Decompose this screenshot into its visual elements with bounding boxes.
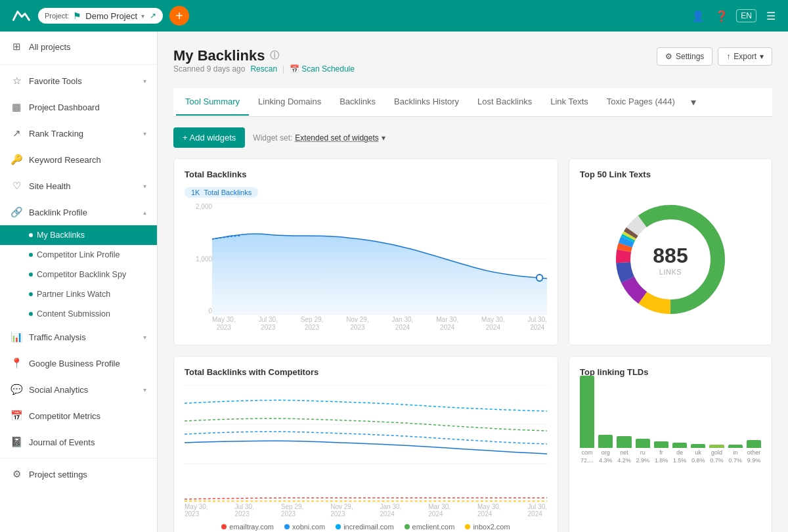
bar-in — [728, 445, 743, 448]
chevron-down-icon: ▾ — [143, 130, 146, 137]
menu-icon[interactable]: ☰ — [762, 7, 780, 25]
widget-set-selector[interactable]: Widget set: Extended set of widgets ▾ — [253, 133, 385, 143]
tld-bar-gold: gold 0.7% — [709, 445, 724, 464]
tab-more-icon[interactable]: ▾ — [684, 88, 703, 116]
sidebar-item-google-business[interactable]: 📍 Google Business Profile — [0, 350, 157, 376]
legend-inbox2: inbox2.com — [465, 523, 510, 531]
heart-icon: ♡ — [11, 180, 22, 192]
sidebar-item-traffic-analysis[interactable]: 📊 Traffic Analysis ▾ — [0, 324, 157, 350]
legend-label-incredimail: incredimail.com — [343, 523, 393, 531]
sidebar-sub-my-backlinks[interactable]: My Backlinks — [0, 225, 157, 245]
tld-title: Top linking TLDs — [580, 367, 761, 377]
chevron-right-icon: ▾ — [143, 78, 146, 85]
help-icon[interactable]: ❓ — [712, 7, 731, 25]
sidebar-item-competitor-metrics[interactable]: 📅 Competitor Metrics — [0, 403, 157, 429]
bar-org — [598, 435, 613, 448]
sidebar-item-backlink-profile[interactable]: 🔗 Backlink Profile ▴ — [0, 199, 157, 225]
info-icon[interactable]: ⓘ — [270, 50, 279, 62]
widgets-row-1: Total Backlinks 1K Total Backlinks 2,000… — [173, 158, 772, 345]
chart-up-icon: ↗ — [11, 127, 22, 139]
sidebar-label-project-dashboard: Project Dashboard — [29, 102, 100, 112]
add-project-button[interactable]: + — [169, 6, 189, 26]
bullet-icon — [29, 312, 33, 316]
export-label: Export — [733, 52, 756, 61]
legend-label-emclient: emclient.com — [412, 523, 455, 531]
pin-icon: 📍 — [11, 357, 22, 369]
page-meta: Scanned 9 days ago Rescan | 📅 Scan Sched… — [173, 64, 355, 74]
logo[interactable] — [8, 4, 32, 28]
settings-icon: ⚙ — [11, 468, 22, 480]
separator: | — [282, 64, 284, 74]
bar-net — [617, 436, 631, 448]
bar-com — [580, 376, 594, 448]
sidebar-label-traffic-analysis: Traffic Analysis — [29, 332, 86, 342]
sidebar-sub-partner-links-watch[interactable]: Partner Links Watch — [0, 284, 157, 304]
tab-link-texts[interactable]: Link Texts — [541, 89, 598, 116]
sidebar-item-favorite-tools[interactable]: ☆ Favorite Tools ▾ — [0, 68, 157, 94]
tld-bar-uk: uk 0.8% — [691, 444, 705, 464]
chevron-up-icon: ▴ — [143, 209, 146, 216]
donut-sub: LINKS — [653, 268, 688, 276]
tab-backlinks[interactable]: Backlinks — [330, 89, 385, 116]
tld-bar-de: de 1.5% — [672, 443, 687, 464]
sidebar-item-social-analytics[interactable]: 💬 Social Analytics ▾ — [0, 376, 157, 403]
project-selector[interactable]: Project: ⚑ Demo Project ▾ ↗ — [38, 8, 163, 24]
sidebar-item-keyword-research[interactable]: 🔑 Keyword Research — [0, 146, 157, 173]
legend-emclient: emclient.com — [405, 523, 455, 531]
total-backlinks-title: Total Backlinks — [185, 169, 547, 179]
add-widgets-button[interactable]: + Add widgets — [173, 127, 245, 148]
tld-bar-com: com 72.... — [580, 376, 594, 464]
legend-dot-emailtray — [221, 524, 227, 529]
scan-schedule-link[interactable]: 📅 Scan Schedule — [290, 64, 355, 74]
top-link-texts-widget: Top 50 Link Texts — [569, 158, 772, 345]
export-button[interactable]: ↑ Export ▾ — [718, 47, 772, 66]
sidebar-sub-content-submission[interactable]: Content Submission — [0, 304, 157, 324]
chevron-down-icon: ▾ — [143, 334, 146, 341]
tab-tool-summary[interactable]: Tool Summary — [176, 89, 249, 116]
chart-legend: emailtray.com xobni.com incredimail.com — [185, 523, 547, 531]
sidebar-item-project-dashboard[interactable]: ▦ Project Dashboard — [0, 94, 157, 120]
y-axis: 2,000 1,000 0 — [185, 203, 212, 315]
sidebar-sub-competitor-link-profile[interactable]: Competitor Link Profile — [0, 245, 157, 265]
sidebar: ⊞ All projects ☆ Favorite Tools ▾ ▦ Proj… — [0, 32, 158, 532]
tab-toxic-pages[interactable]: Toxic Pages (444) — [598, 89, 684, 116]
project-icon: ⚑ — [73, 11, 81, 21]
sidebar-label-backlink-profile: Backlink Profile — [29, 208, 87, 217]
tab-linking-domains[interactable]: Linking Domains — [249, 89, 330, 116]
sidebar-label-google-business: Google Business Profile — [29, 359, 120, 368]
chevron-down-icon: ▾ — [143, 386, 146, 393]
gear-icon: ⚙ — [665, 52, 672, 61]
tabs-bar: Tool Summary Linking Domains Backlinks B… — [173, 88, 772, 117]
sidebar-item-journal[interactable]: 📓 Journal of Events — [0, 429, 157, 455]
scan-schedule-text[interactable]: Scan Schedule — [301, 64, 355, 74]
main-content: My Backlinks ⓘ Scanned 9 days ago Rescan… — [158, 32, 788, 532]
language-selector[interactable]: EN — [736, 9, 756, 22]
user-icon[interactable]: 👤 — [689, 7, 707, 25]
settings-button[interactable]: ⚙ Settings — [657, 47, 712, 66]
bullet-icon — [29, 253, 33, 257]
bar-chart-icon: 📊 — [11, 331, 22, 343]
page-header: My Backlinks ⓘ Scanned 9 days ago Rescan… — [173, 47, 772, 83]
sidebar-item-rank-tracking[interactable]: ↗ Rank Tracking ▾ — [0, 120, 157, 146]
calendar-icon: 📅 — [11, 410, 22, 422]
rescan-link[interactable]: Rescan — [250, 64, 277, 74]
sidebar-item-project-settings[interactable]: ⚙ Project settings — [0, 461, 157, 487]
external-link-icon[interactable]: ↗ — [150, 11, 156, 20]
topnav: Project: ⚑ Demo Project ▾ ↗ + 👤 ❓ EN ☰ — [0, 0, 788, 32]
all-projects-link[interactable]: ⊞ All projects — [0, 32, 157, 62]
sidebar-item-site-health[interactable]: ♡ Site Health ▾ — [0, 173, 157, 199]
competitors-chart-title: Total Backlinks with Competitors — [185, 367, 547, 377]
tab-lost-backlinks[interactable]: Lost Backlinks — [468, 89, 541, 116]
tld-bar-in: in 0.7% — [728, 445, 743, 464]
legend-label-inbox2: inbox2.com — [473, 523, 510, 531]
bullet-icon — [29, 233, 33, 237]
legend-dot-xobni — [284, 524, 290, 529]
sidebar-sub-competitor-backlink-spy[interactable]: Competitor Backlink Spy — [0, 265, 157, 284]
bullet-icon — [29, 292, 33, 296]
sidebar-label-project-settings: Project settings — [29, 470, 87, 479]
total-backlinks-widget: Total Backlinks 1K Total Backlinks 2,000… — [173, 158, 558, 345]
sidebar-label-social-analytics: Social Analytics — [29, 385, 88, 395]
tab-backlinks-history[interactable]: Backlinks History — [385, 89, 468, 116]
export-icon: ↑ — [726, 52, 730, 61]
chat-icon: 💬 — [11, 384, 22, 395]
